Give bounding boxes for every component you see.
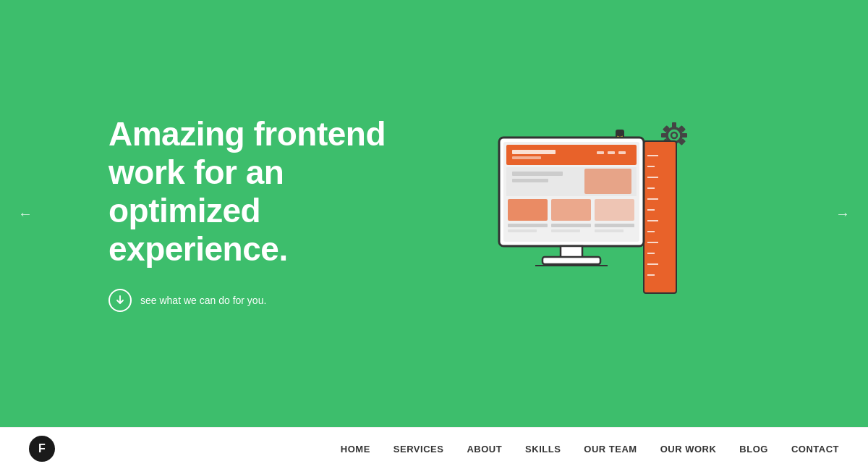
prev-arrow-icon: ←: [18, 206, 33, 221]
prev-arrow-button[interactable]: ←: [11, 198, 40, 229]
cta-label: see what we can do for you.: [140, 295, 266, 306]
svg-rect-34: [597, 151, 604, 154]
nav-link-our-team[interactable]: OUR TEAM: [584, 444, 637, 455]
nav-link-contact[interactable]: CONTACT: [791, 444, 839, 455]
svg-rect-39: [512, 179, 548, 182]
svg-rect-3: [672, 122, 676, 128]
nav-item-contact[interactable]: CONTACT: [791, 442, 839, 455]
svg-rect-36: [618, 151, 626, 154]
nav-link-home[interactable]: HOME: [341, 444, 370, 455]
nav-link-about[interactable]: ABOUT: [467, 444, 502, 455]
svg-rect-46: [595, 224, 634, 227]
next-arrow-button[interactable]: →: [828, 198, 857, 229]
logo[interactable]: F: [29, 436, 55, 462]
nav-link-skills[interactable]: SKILLS: [525, 444, 561, 455]
next-arrow-icon: →: [835, 206, 850, 221]
hero-cta[interactable]: see what we can do for you.: [109, 289, 412, 312]
svg-rect-11: [644, 141, 676, 293]
svg-rect-43: [595, 199, 634, 221]
svg-rect-47: [508, 229, 537, 232]
hero-illustration: [412, 83, 760, 344]
nav-item-skills[interactable]: SKILLS: [525, 442, 561, 455]
nav-item-blog[interactable]: BLOG: [739, 442, 768, 455]
svg-rect-27: [616, 130, 624, 136]
svg-rect-38: [512, 172, 563, 176]
svg-rect-44: [508, 224, 548, 227]
svg-rect-49: [595, 229, 624, 232]
nav-item-services[interactable]: SERVICES: [393, 442, 444, 455]
svg-rect-6: [681, 133, 687, 138]
svg-rect-48: [551, 229, 580, 232]
nav-item-our-work[interactable]: OUR WORK: [660, 442, 717, 455]
nav-link-services[interactable]: SERVICES: [393, 444, 444, 455]
svg-rect-5: [661, 133, 667, 138]
nav-item-about[interactable]: ABOUT: [467, 442, 502, 455]
svg-rect-35: [608, 151, 615, 154]
hero-content: Amazing frontend work for an optimized e…: [109, 83, 760, 344]
hero-section: ← → Amazing frontend work for an optimiz…: [0, 0, 868, 427]
svg-rect-32: [512, 150, 556, 154]
hero-title: Amazing frontend work for an optimized e…: [109, 115, 412, 269]
svg-rect-45: [551, 224, 591, 227]
cta-download-icon: [109, 289, 132, 312]
nav-item-our-team[interactable]: OUR TEAM: [584, 442, 637, 455]
svg-rect-41: [508, 199, 548, 221]
illustration-svg: [463, 98, 709, 329]
svg-rect-51: [542, 257, 600, 264]
nav-link-our-work[interactable]: OUR WORK: [660, 444, 717, 455]
nav-links: HOME SERVICES ABOUT SKILLS OUR TEAM OUR …: [341, 442, 839, 455]
svg-point-2: [671, 132, 677, 138]
svg-rect-42: [551, 199, 591, 221]
svg-rect-31: [506, 145, 637, 165]
hero-text-block: Amazing frontend work for an optimized e…: [109, 115, 412, 312]
svg-rect-33: [512, 156, 541, 159]
nav-item-home[interactable]: HOME: [341, 442, 370, 455]
svg-rect-40: [584, 169, 631, 194]
navbar: F HOME SERVICES ABOUT SKILLS OUR TEAM OU…: [0, 427, 868, 469]
nav-link-blog[interactable]: BLOG: [739, 444, 768, 455]
